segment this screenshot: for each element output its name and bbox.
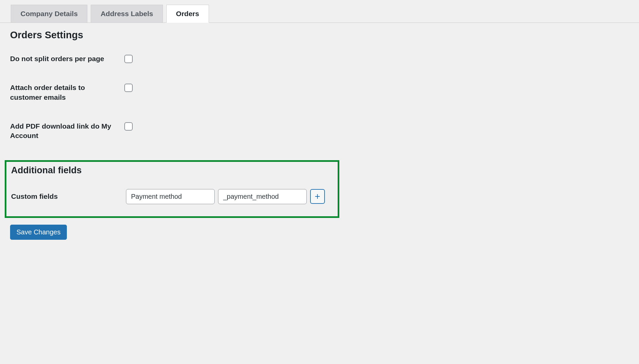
pdf-link-checkbox[interactable]: [124, 122, 133, 131]
tabs-container: Company Details Address Labels Orders: [0, 5, 639, 23]
page-title: Orders Settings: [10, 30, 629, 41]
tab-address-labels[interactable]: Address Labels: [91, 5, 163, 22]
additional-fields-heading: Additional fields: [11, 165, 333, 176]
custom-fields-row: Custom fields +: [11, 189, 333, 204]
setting-label: Attach order details to customer emails: [10, 83, 124, 102]
plus-icon: +: [315, 192, 320, 201]
setting-row-pdf-link: Add PDF download link do My Account: [10, 122, 629, 141]
tab-label: Address Labels: [100, 10, 153, 17]
tab-orders[interactable]: Orders: [166, 5, 209, 23]
setting-row-split-orders: Do not split orders per page: [10, 54, 629, 63]
tab-label: Company Details: [20, 10, 78, 17]
additional-fields-highlight: Additional fields Custom fields +: [5, 160, 339, 218]
custom-fields-label: Custom fields: [11, 192, 126, 200]
split-orders-checkbox[interactable]: [124, 55, 133, 63]
setting-label: Do not split orders per page: [10, 54, 124, 63]
setting-label: Add PDF download link do My Account: [10, 122, 124, 141]
save-button-label: Save Changes: [16, 228, 60, 236]
setting-row-attach-details: Attach order details to customer emails: [10, 83, 629, 102]
attach-details-checkbox[interactable]: [124, 84, 133, 92]
custom-field-key-input[interactable]: [218, 189, 307, 204]
tab-company-details[interactable]: Company Details: [11, 5, 87, 22]
tab-label: Orders: [176, 10, 199, 17]
custom-field-name-input[interactable]: [126, 189, 215, 204]
save-button[interactable]: Save Changes: [10, 225, 67, 240]
add-custom-field-button[interactable]: +: [310, 189, 325, 204]
settings-section: Orders Settings Do not split orders per …: [0, 23, 639, 250]
